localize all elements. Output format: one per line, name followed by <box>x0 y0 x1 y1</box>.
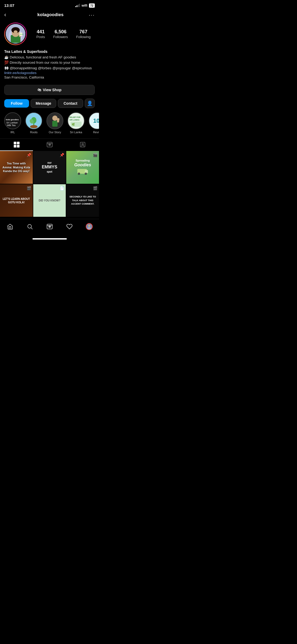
home-indicator <box>32 238 67 240</box>
svg-text:kola: kola <box>20 33 24 35</box>
svg-rect-41 <box>85 170 88 173</box>
svg-point-5 <box>14 30 18 33</box>
grid-item-5-text: DID YOU KNOW? <box>39 199 60 202</box>
status-bar: 13:07 wifi 72 <box>0 0 99 9</box>
grid-item-5[interactable]: DID YOU KNOW? 📄 <box>33 184 66 217</box>
bio-line-1: ☕ Delicious, functional and fresh AF goo… <box>4 55 95 60</box>
bottom-nav <box>0 219 99 237</box>
grid-item-4[interactable]: LET'S LEARN ABOUT GOTU KOLA! 🎬 <box>0 184 33 217</box>
svg-rect-31 <box>17 142 20 144</box>
more-options-button[interactable]: ··· <box>89 12 95 18</box>
grid-item-6[interactable]: SECONDLY I'D LIKE TO TALK ABOUT THIS ACC… <box>66 184 99 217</box>
highlight-reviews[interactable]: 10 Revi... <box>89 112 99 134</box>
svg-point-53 <box>88 225 90 227</box>
avatar: kola <box>5 23 26 44</box>
highlights-row: kola goodies Sri Lankan Milk Tea IRL Roo… <box>0 110 99 136</box>
grid-item-2-text: ourEMMYSspot <box>42 161 57 173</box>
profile-avatar-nav <box>86 223 93 230</box>
followers-stat[interactable]: 6,506 Followers <box>53 29 68 39</box>
svg-point-45 <box>85 173 86 174</box>
highlight-irl-circle: kola goodies Sri Lankan Milk Tea <box>4 112 21 129</box>
svg-text:kola goodies: kola goodies <box>6 118 19 121</box>
wifi-icon: wifi <box>82 3 87 7</box>
svg-rect-38 <box>80 142 85 147</box>
profile-username: kolagoodies <box>37 12 64 17</box>
tab-grid[interactable] <box>0 139 33 151</box>
time: 13:07 <box>4 3 14 8</box>
reel-icon-6: 🎬 <box>93 186 97 191</box>
tab-tagged[interactable] <box>66 139 99 151</box>
highlight-irl-label: IRL <box>10 131 15 134</box>
add-person-icon: 👤 <box>87 100 93 106</box>
avatar-ring[interactable]: kola <box>4 22 27 45</box>
grid-item-2-bg: ourEMMYSspot 📌 <box>33 151 66 184</box>
view-shop-button[interactable]: 🛍 View Shop <box>4 85 95 95</box>
view-shop-label: View Shop <box>43 88 62 92</box>
svg-point-43 <box>78 173 79 174</box>
bio-location: San Francisco, California <box>4 75 95 80</box>
status-icons: wifi 72 <box>75 3 95 8</box>
highlight-irl[interactable]: kola goodies Sri Lankan Milk Tea IRL <box>4 112 21 134</box>
reel-icon-3: 🎬 <box>93 153 97 157</box>
stats-row: 441 Posts 6,506 Followers 767 Following <box>32 29 95 39</box>
grid-item-3[interactable]: Spreading Goodies 🎬 <box>66 151 99 184</box>
highlight-roots[interactable]: Roots <box>25 112 42 134</box>
grid-item-4-bg: LET'S LEARN ABOUT GOTU KOLA! 🎬 <box>0 184 33 217</box>
grid-item-5-bg: DID YOU KNOW? 📄 <box>33 184 66 217</box>
bio-link[interactable]: linktr.ee/kolagoodies <box>4 71 95 75</box>
signal-icon <box>75 4 80 7</box>
svg-text:RELIEF FOR: RELIEF FOR <box>69 116 81 118</box>
following-stat[interactable]: 767 Following <box>76 29 91 39</box>
nav-reels[interactable] <box>44 222 55 231</box>
svg-text:Milk Tea: Milk Tea <box>7 124 16 127</box>
svg-point-17 <box>30 125 37 128</box>
tab-reels[interactable] <box>33 139 66 151</box>
add-friend-button[interactable]: 👤 <box>85 99 95 108</box>
pin-icon-1: 📌 <box>27 153 31 157</box>
highlight-ourstory[interactable]: Our Story <box>46 112 63 134</box>
battery: 72 <box>89 3 95 8</box>
grid-item-1-bg: Tea Time with Amma: Making Kola Kanda th… <box>0 151 33 184</box>
contact-button[interactable]: Contact <box>58 99 83 108</box>
nav-search[interactable] <box>24 222 36 231</box>
grid-item-3-text: Spreading Goodies <box>74 159 91 176</box>
message-button[interactable]: Message <box>31 99 56 108</box>
avatar-image: kola <box>6 24 25 44</box>
svg-point-50 <box>49 226 50 227</box>
grid-item-1-text: Tea Time with Amma: Making Kola Kanda th… <box>2 162 31 173</box>
grid-item-6-text: SECONDLY I'D LIKE TO TALK ABOUT THIS ACC… <box>68 195 97 206</box>
highlight-roots-circle <box>25 112 42 129</box>
svg-line-47 <box>31 228 32 229</box>
followers-count: 6,506 <box>53 29 68 35</box>
grid-item-3-bg: Spreading Goodies 🎬 <box>66 151 99 184</box>
back-button[interactable]: ‹ <box>4 11 12 18</box>
bio-line-3: 👀 @bonappetitmag @forbes @popsugar @epic… <box>4 66 95 71</box>
svg-point-39 <box>82 143 83 145</box>
nav-likes[interactable] <box>64 222 75 231</box>
action-buttons: Follow Message Contact 👤 <box>0 97 99 110</box>
grid-item-4-text: LET'S LEARN ABOUT GOTU KOLA! <box>2 197 31 204</box>
highlight-srilanka[interactable]: RELIEF FOR SRI LANKA 🌿 Sri Lanka <box>68 112 84 134</box>
posts-grid: Tea Time with Amma: Making Kola Kanda th… <box>0 151 99 217</box>
grid-item-1[interactable]: Tea Time with Amma: Making Kola Kanda th… <box>0 151 33 184</box>
highlight-reviews-circle: 10 <box>89 112 99 129</box>
grid-item-6-bg: SECONDLY I'D LIKE TO TALK ABOUT THIS ACC… <box>66 184 99 217</box>
grid-item-2[interactable]: ourEMMYSspot 📌 <box>33 151 66 184</box>
svg-rect-33 <box>17 145 20 148</box>
followers-label: Followers <box>53 35 68 39</box>
svg-point-36 <box>49 144 50 145</box>
follow-button[interactable]: Follow <box>4 99 29 108</box>
doc-icon-5: 📄 <box>60 186 64 191</box>
highlight-reviews-label: Revi... <box>93 131 99 134</box>
highlight-srilanka-circle: RELIEF FOR SRI LANKA 🌿 <box>68 112 84 129</box>
header: ‹ kolagoodies ··· <box>0 9 99 21</box>
posts-stat[interactable]: 441 Posts <box>36 29 45 39</box>
nav-home[interactable] <box>4 222 16 231</box>
highlight-ourstory-circle <box>46 112 63 129</box>
posts-label: Posts <box>36 35 45 39</box>
nav-profile[interactable] <box>83 222 95 231</box>
svg-text:SRI LANKA: SRI LANKA <box>69 119 79 121</box>
svg-rect-30 <box>14 142 16 144</box>
highlight-roots-label: Roots <box>30 131 38 134</box>
svg-text:Sri Lankan: Sri Lankan <box>6 121 18 124</box>
